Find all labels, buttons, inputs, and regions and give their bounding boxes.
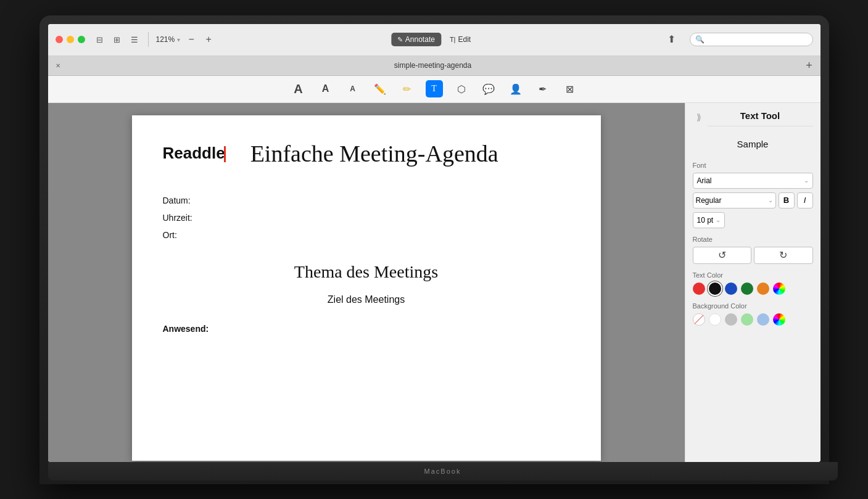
tab-bar: ✕ simple-meeting-agenda + <box>48 56 820 76</box>
text-size-large-tool[interactable]: A <box>317 80 334 97</box>
fullscreen-button[interactable] <box>78 36 85 43</box>
bold-button[interactable]: B <box>779 192 795 208</box>
sidebar: ⟫ Text Tool Sample Font Arial ⌄ Regular … <box>685 103 820 462</box>
section-title: Thema des Meetings <box>163 262 570 282</box>
bg-transparent[interactable] <box>693 313 705 326</box>
comment-tool[interactable]: 💬 <box>480 80 497 97</box>
zoom-in-button[interactable]: + <box>202 33 215 46</box>
zoom-value: 121% <box>156 35 175 44</box>
text-color-label: Text Color <box>693 271 813 279</box>
section-sub: Ziel des Meetings <box>163 294 570 305</box>
font-style-selector[interactable]: Regular ⌄ <box>693 192 776 208</box>
font-style-value: Regular <box>696 196 722 205</box>
readdle-logo: Readdle <box>163 144 226 163</box>
text-color-swatches <box>693 282 813 295</box>
sample-text: Sample <box>693 134 813 154</box>
sidebar-title: Text Tool <box>708 110 813 126</box>
color-orange[interactable] <box>757 282 769 295</box>
color-black[interactable] <box>709 282 721 295</box>
datum-field: Datum: <box>163 192 570 209</box>
bg-white[interactable] <box>709 313 721 326</box>
search-icon: 🔍 <box>695 35 705 44</box>
font-value: Arial <box>697 176 712 185</box>
color-multicolor[interactable] <box>773 282 785 295</box>
ort-field: Ort: <box>163 226 570 244</box>
zoom-control: 121% ▾ <box>156 35 181 44</box>
sidebar-toggle-icon[interactable]: ⊟ <box>94 35 106 44</box>
macbook-label: MacBook <box>424 468 461 475</box>
zoom-out-button[interactable]: − <box>185 33 197 46</box>
pencil-tool[interactable]: ✏️ <box>371 80 389 97</box>
stamp-tool[interactable]: 👤 <box>507 80 524 97</box>
search-bar[interactable]: 🔍 <box>690 33 813 46</box>
font-size-selector[interactable]: 10 pt ⌄ <box>693 212 725 228</box>
annotate-label: Annotate <box>405 35 435 44</box>
attendees-label: Anwesend: <box>163 324 570 334</box>
cursor <box>224 146 226 162</box>
zoom-chevron-icon: ▾ <box>177 36 180 43</box>
tab-title: simple-meeting-agenda <box>65 61 801 70</box>
rotate-right-button[interactable]: ↻ <box>754 247 813 264</box>
size-chevron-icon: ⌄ <box>716 217 721 223</box>
pdf-header: Readdle Einfache Meeting-Agenda <box>163 140 570 167</box>
crop-tool[interactable]: ⊠ <box>561 80 579 97</box>
bg-light-blue[interactable] <box>757 313 769 326</box>
readdle-logo-text: Readdle <box>163 144 225 162</box>
share-button[interactable]: ⬆ <box>668 33 680 46</box>
macbook-chin: MacBook <box>48 462 838 480</box>
shape-tool[interactable]: ⬡ <box>453 80 470 97</box>
main-area: Readdle Einfache Meeting-Agenda Datum: U… <box>48 103 820 462</box>
font-size-value: 10 pt <box>697 216 714 225</box>
search-input[interactable] <box>707 36 808 43</box>
text-size-largest-tool[interactable]: A <box>290 80 307 97</box>
text-color-section: Text Color <box>693 271 813 295</box>
font-chevron-icon: ⌄ <box>804 177 809 184</box>
bg-color-swatches <box>693 313 813 326</box>
font-selector[interactable]: Arial ⌄ <box>693 173 813 189</box>
highlight-tool[interactable]: ✏ <box>399 80 416 97</box>
traffic-lights <box>56 36 85 43</box>
sidebar-collapse-icon[interactable]: ⟫ <box>693 111 705 123</box>
font-label: Font <box>693 162 813 169</box>
pdf-viewer[interactable]: Readdle Einfache Meeting-Agenda Datum: U… <box>48 103 685 462</box>
minimize-button[interactable] <box>67 36 74 43</box>
macbook-body: ⊟ ⊞ ☰ 121% ▾ − + ✎ Annotate T| Edit <box>39 15 829 484</box>
tab-add-button[interactable]: + <box>803 59 816 72</box>
pdf-title: Einfache Meeting-Agenda <box>250 140 498 167</box>
center-toolbar: ✎ Annotate T| Edit <box>391 33 477 46</box>
italic-button[interactable]: I <box>797 192 813 208</box>
close-button[interactable] <box>56 36 63 43</box>
screen: ⊟ ⊞ ☰ 121% ▾ − + ✎ Annotate T| Edit <box>48 24 820 462</box>
annotate-icon: ✎ <box>397 36 403 44</box>
bg-light-green[interactable] <box>741 313 753 326</box>
divider <box>148 32 149 47</box>
uhrzeit-field: Uhrzeit: <box>163 209 570 226</box>
pdf-fields: Datum: Uhrzeit: Ort: <box>163 192 570 244</box>
annotation-toolbar: A A A ✏️ ✏ T ⬡ 💬 👤 ✒ ⊠ <box>48 76 820 103</box>
annotate-button[interactable]: ✎ Annotate <box>391 33 441 46</box>
bg-color-section: Background Color <box>693 302 813 326</box>
bg-multicolor[interactable] <box>773 313 785 326</box>
style-chevron-icon: ⌄ <box>768 197 773 204</box>
bg-gray[interactable] <box>725 313 737 326</box>
rotate-label: Rotate <box>693 236 813 243</box>
grid-view-icon[interactable]: ⊞ <box>111 35 123 44</box>
pdf-page: Readdle Einfache Meeting-Agenda Datum: U… <box>132 115 601 461</box>
bg-color-label: Background Color <box>693 302 813 310</box>
text-size-small-tool[interactable]: A <box>344 80 362 97</box>
color-green[interactable] <box>741 282 753 295</box>
color-red[interactable] <box>693 282 705 295</box>
rotate-section: Rotate ↺ ↻ <box>693 236 813 264</box>
edit-icon: T| <box>450 36 456 43</box>
color-blue[interactable] <box>725 282 737 295</box>
list-view-icon[interactable]: ☰ <box>128 35 141 44</box>
text-tool[interactable]: T <box>426 80 443 97</box>
rotate-left-button[interactable]: ↺ <box>693 247 752 264</box>
signature-tool[interactable]: ✒ <box>534 80 552 97</box>
edit-button[interactable]: T| Edit <box>444 33 477 46</box>
edit-label: Edit <box>458 35 471 44</box>
tab-close-button[interactable]: ✕ <box>53 60 63 70</box>
title-bar: ⊟ ⊞ ☰ 121% ▾ − + ✎ Annotate T| Edit <box>48 24 820 56</box>
font-section: Font Arial ⌄ Regular ⌄ B I <box>693 162 813 228</box>
